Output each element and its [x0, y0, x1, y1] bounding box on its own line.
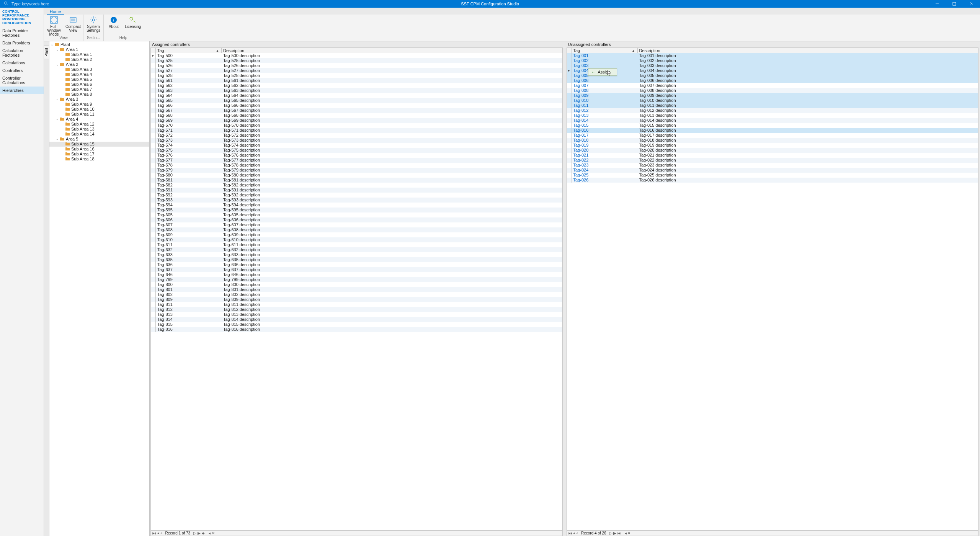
table-row[interactable]: Tag-021Tag-021 description	[567, 153, 978, 158]
tree-node[interactable]: Sub Area 1	[49, 52, 149, 57]
table-row[interactable]: Tag-017Tag-017 description	[567, 133, 978, 138]
table-row[interactable]: Tag-593Tag-593 description	[151, 198, 562, 203]
row-selector[interactable]	[151, 63, 156, 68]
table-row[interactable]: Tag-008Tag-008 description	[567, 88, 978, 93]
row-selector[interactable]	[567, 83, 572, 88]
row-selector[interactable]	[151, 282, 156, 287]
table-row[interactable]: Tag-814Tag-814 description	[151, 317, 562, 322]
col-header-tag[interactable]: Tag▲	[572, 48, 638, 53]
table-row[interactable]: Tag-023Tag-023 description	[567, 163, 978, 168]
unassigned-grid-body[interactable]: Tag-001Tag-001 descriptionTag-002Tag-002…	[567, 53, 979, 530]
table-row[interactable]: Tag-003Tag-003 description	[567, 63, 978, 68]
row-selector[interactable]	[151, 73, 156, 78]
tree-node[interactable]: Sub Area 18	[49, 157, 149, 162]
table-row[interactable]: Tag-608Tag-608 description	[151, 227, 562, 232]
table-row[interactable]: Tag-528Tag-528 description	[151, 73, 562, 78]
close-button[interactable]	[963, 0, 980, 8]
row-selector[interactable]	[567, 153, 572, 158]
table-row[interactable]: Tag-573Tag-573 description	[151, 138, 562, 143]
table-row[interactable]: Tag-012Tag-012 description	[567, 108, 978, 113]
table-row[interactable]: Tag-799Tag-799 description	[151, 277, 562, 282]
table-row[interactable]: Tag-801Tag-801 description	[151, 287, 562, 292]
table-row[interactable]: Tag-632Tag-632 description	[151, 247, 562, 252]
row-selector[interactable]	[567, 68, 572, 73]
table-row[interactable]: Tag-637Tag-637 description	[151, 267, 562, 272]
row-selector[interactable]	[567, 163, 572, 168]
col-header-description[interactable]: Description	[222, 48, 562, 53]
licensing-button[interactable]: Licensing	[125, 16, 140, 29]
table-row[interactable]: Tag-007Tag-007 description	[567, 83, 978, 88]
table-row[interactable]: Tag-811Tag-811 description	[151, 302, 562, 307]
table-row[interactable]: Tag-576Tag-576 description	[151, 153, 562, 158]
row-selector[interactable]	[151, 78, 156, 83]
row-selector[interactable]	[151, 227, 156, 232]
table-row[interactable]: Tag-022Tag-022 description	[567, 158, 978, 163]
row-selector[interactable]	[151, 138, 156, 143]
row-selector[interactable]	[151, 257, 156, 262]
table-row[interactable]: Tag-800Tag-800 description	[151, 282, 562, 287]
table-row[interactable]: Tag-561Tag-561 description	[151, 78, 562, 83]
tree-node[interactable]: Sub Area 11	[49, 112, 149, 117]
table-row[interactable]: Tag-566Tag-566 description	[151, 103, 562, 108]
row-selector[interactable]	[151, 118, 156, 123]
table-row[interactable]: Tag-564Tag-564 description	[151, 93, 562, 98]
table-row[interactable]: Tag-567Tag-567 description	[151, 108, 562, 113]
table-row[interactable]: Tag-001Tag-001 description	[567, 53, 978, 58]
row-selector[interactable]	[151, 128, 156, 133]
table-row[interactable]: Tag-572Tag-572 description	[151, 133, 562, 138]
nav-item[interactable]: Controller Calculations	[0, 74, 44, 87]
table-row[interactable]: Tag-019Tag-019 description	[567, 143, 978, 148]
row-selector[interactable]	[151, 168, 156, 173]
tab-home[interactable]: Home	[47, 8, 64, 15]
col-header-tag[interactable]: Tag▲	[156, 48, 222, 53]
tree-node[interactable]: Sub Area 12	[49, 122, 149, 127]
row-selector[interactable]	[567, 63, 572, 68]
row-selector[interactable]	[151, 108, 156, 113]
maximize-button[interactable]	[946, 0, 963, 8]
nav-item[interactable]: Hierarchies	[0, 87, 44, 94]
table-row[interactable]: Tag-014Tag-014 description	[567, 118, 978, 123]
search-box[interactable]	[0, 1, 80, 7]
nav-item[interactable]: Controllers	[0, 67, 44, 74]
nav-item[interactable]: Data Provider Factories	[0, 27, 44, 39]
row-selector[interactable]	[151, 163, 156, 168]
tree-node[interactable]: ⌄Area 2	[49, 62, 149, 67]
row-selector[interactable]	[151, 252, 156, 257]
row-selector[interactable]	[151, 292, 156, 297]
row-selector[interactable]	[151, 272, 156, 277]
tree-node[interactable]: ⌄Area 3	[49, 97, 149, 102]
table-row[interactable]: Tag-025Tag-025 description	[567, 173, 978, 178]
row-selector[interactable]	[151, 287, 156, 292]
compact-view-button[interactable]: Compact View	[65, 16, 81, 33]
tree-node[interactable]: ⌄Area 1	[49, 47, 149, 52]
tree-node[interactable]: ⌄Area 5	[49, 137, 149, 142]
row-selector[interactable]	[151, 317, 156, 322]
table-row[interactable]: Tag-592Tag-592 description	[151, 193, 562, 198]
row-selector[interactable]	[151, 212, 156, 217]
tree-node[interactable]: ⌄Plant	[49, 42, 149, 47]
row-selector[interactable]	[151, 183, 156, 188]
grid-nav-icons[interactable]: ▷ ▶ ⏭ ◂ ✕	[193, 531, 215, 535]
table-row[interactable]: Tag-002Tag-002 description	[567, 58, 978, 63]
system-settings-button[interactable]: System Settings	[86, 16, 101, 33]
row-selector[interactable]	[567, 118, 572, 123]
table-row[interactable]: Tag-562Tag-562 description	[151, 83, 562, 88]
row-selector[interactable]	[567, 173, 572, 178]
table-row[interactable]: Tag-802Tag-802 description	[151, 292, 562, 297]
table-row[interactable]: Tag-500Tag-500 description	[151, 53, 562, 58]
table-row[interactable]: Tag-591Tag-591 description	[151, 188, 562, 193]
row-selector[interactable]	[567, 53, 572, 58]
assigned-grid-body[interactable]: Tag-500Tag-500 descriptionTag-525Tag-525…	[150, 53, 563, 530]
row-selector[interactable]	[567, 128, 572, 133]
table-row[interactable]: Tag-568Tag-568 description	[151, 113, 562, 118]
table-row[interactable]: Tag-571Tag-571 description	[151, 128, 562, 133]
tree-node[interactable]: Sub Area 3	[49, 67, 149, 72]
nav-item[interactable]: Calculation Factories	[0, 47, 44, 59]
row-selector[interactable]	[151, 327, 156, 332]
minimize-button[interactable]	[928, 0, 946, 8]
row-selector[interactable]	[151, 178, 156, 183]
table-row[interactable]: Tag-011Tag-011 description	[567, 103, 978, 108]
row-selector[interactable]	[151, 247, 156, 252]
tree-node[interactable]: Sub Area 8	[49, 92, 149, 97]
nav-item[interactable]: Calculations	[0, 59, 44, 67]
